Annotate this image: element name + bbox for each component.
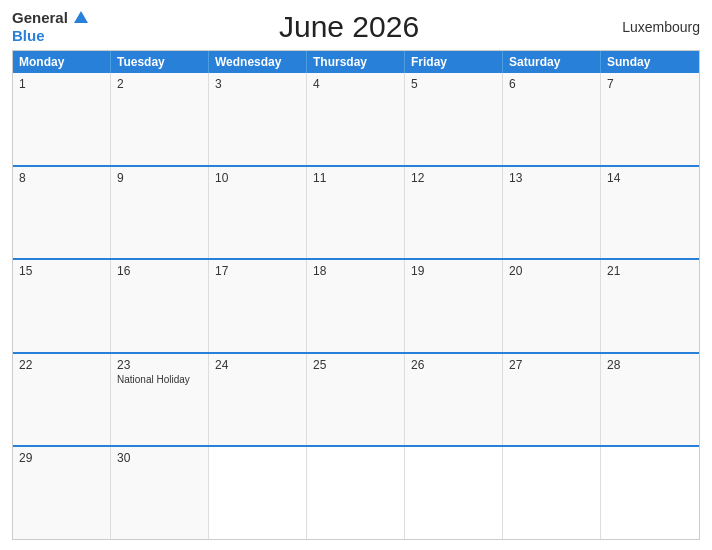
day-cell: 7 <box>601 73 699 165</box>
day-number: 1 <box>19 77 104 91</box>
day-cell: 27 <box>503 354 601 446</box>
header-monday: Monday <box>13 51 111 73</box>
day-cell <box>209 447 307 539</box>
header-wednesday: Wednesday <box>209 51 307 73</box>
day-cell: 5 <box>405 73 503 165</box>
day-number: 18 <box>313 264 398 278</box>
calendar: Monday Tuesday Wednesday Thursday Friday… <box>12 50 700 540</box>
day-cell <box>405 447 503 539</box>
day-cell: 29 <box>13 447 111 539</box>
day-cell: 16 <box>111 260 209 352</box>
day-number: 16 <box>117 264 202 278</box>
day-number: 26 <box>411 358 496 372</box>
header-tuesday: Tuesday <box>111 51 209 73</box>
day-cell: 21 <box>601 260 699 352</box>
header-thursday: Thursday <box>307 51 405 73</box>
day-cell: 28 <box>601 354 699 446</box>
day-number: 14 <box>607 171 693 185</box>
country-label: Luxembourg <box>610 19 700 35</box>
day-cell: 14 <box>601 167 699 259</box>
header-friday: Friday <box>405 51 503 73</box>
logo-triangle-icon <box>74 11 88 23</box>
header: General Blue June 2026 Luxembourg <box>12 10 700 44</box>
day-number: 20 <box>509 264 594 278</box>
day-number: 28 <box>607 358 693 372</box>
day-cell: 8 <box>13 167 111 259</box>
day-headers: Monday Tuesday Wednesday Thursday Friday… <box>13 51 699 73</box>
day-number: 19 <box>411 264 496 278</box>
day-cell <box>503 447 601 539</box>
day-number: 29 <box>19 451 104 465</box>
day-cell: 25 <box>307 354 405 446</box>
day-cell: 20 <box>503 260 601 352</box>
day-cell: 15 <box>13 260 111 352</box>
page: General Blue June 2026 Luxembourg Monday… <box>0 0 712 550</box>
day-number: 9 <box>117 171 202 185</box>
day-number: 13 <box>509 171 594 185</box>
day-cell <box>307 447 405 539</box>
day-cell: 1 <box>13 73 111 165</box>
day-cell: 3 <box>209 73 307 165</box>
day-number: 10 <box>215 171 300 185</box>
week-5: 2930 <box>13 445 699 539</box>
day-cell: 4 <box>307 73 405 165</box>
day-number: 11 <box>313 171 398 185</box>
logo: General Blue <box>12 10 88 44</box>
day-number: 7 <box>607 77 693 91</box>
week-4: 2223National Holiday2425262728 <box>13 352 699 446</box>
day-number: 22 <box>19 358 104 372</box>
day-cell: 23National Holiday <box>111 354 209 446</box>
day-number: 4 <box>313 77 398 91</box>
day-number: 15 <box>19 264 104 278</box>
calendar-title: June 2026 <box>88 10 610 44</box>
day-cell: 11 <box>307 167 405 259</box>
header-sunday: Sunday <box>601 51 699 73</box>
logo-general-text: General <box>12 10 88 27</box>
day-cell <box>601 447 699 539</box>
day-cell: 22 <box>13 354 111 446</box>
header-saturday: Saturday <box>503 51 601 73</box>
day-number: 12 <box>411 171 496 185</box>
day-cell: 13 <box>503 167 601 259</box>
day-cell: 30 <box>111 447 209 539</box>
logo-blue-text: Blue <box>12 27 45 44</box>
day-number: 8 <box>19 171 104 185</box>
day-cell: 2 <box>111 73 209 165</box>
day-number: 27 <box>509 358 594 372</box>
day-event: National Holiday <box>117 374 202 385</box>
week-1: 1234567 <box>13 73 699 165</box>
day-number: 30 <box>117 451 202 465</box>
day-cell: 10 <box>209 167 307 259</box>
week-2: 891011121314 <box>13 165 699 259</box>
day-number: 25 <box>313 358 398 372</box>
day-cell: 17 <box>209 260 307 352</box>
day-number: 2 <box>117 77 202 91</box>
day-cell: 18 <box>307 260 405 352</box>
day-number: 21 <box>607 264 693 278</box>
day-number: 24 <box>215 358 300 372</box>
day-number: 6 <box>509 77 594 91</box>
weeks: 1234567891011121314151617181920212223Nat… <box>13 73 699 539</box>
day-number: 17 <box>215 264 300 278</box>
day-cell: 6 <box>503 73 601 165</box>
day-cell: 12 <box>405 167 503 259</box>
day-number: 3 <box>215 77 300 91</box>
day-cell: 9 <box>111 167 209 259</box>
day-cell: 26 <box>405 354 503 446</box>
week-3: 15161718192021 <box>13 258 699 352</box>
day-number: 5 <box>411 77 496 91</box>
day-cell: 19 <box>405 260 503 352</box>
day-number: 23 <box>117 358 202 372</box>
day-cell: 24 <box>209 354 307 446</box>
